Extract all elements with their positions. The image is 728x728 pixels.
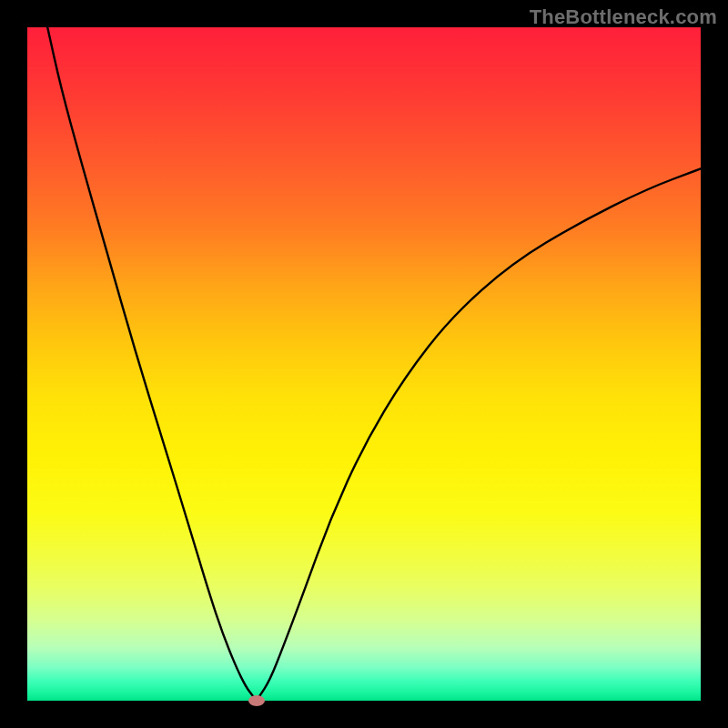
chart-frame: TheBottleneck.com (0, 0, 728, 728)
curve-svg (27, 27, 701, 701)
optimum-marker (248, 695, 265, 706)
plot-area (27, 27, 701, 701)
bottleneck-curve (47, 27, 701, 700)
watermark-text: TheBottleneck.com (530, 5, 717, 29)
